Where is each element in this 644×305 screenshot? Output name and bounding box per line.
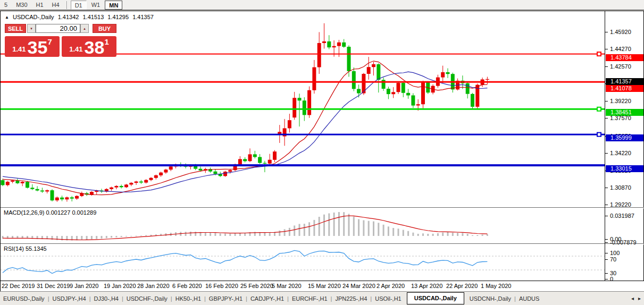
date-label: 22 Dec 2019	[2, 283, 35, 289]
ohlc-close: 1.41357	[132, 14, 154, 20]
axis-tick-mark	[605, 205, 608, 205]
rsi-pane[interactable]	[1, 244, 605, 281]
price-level-badge: 1.41357	[606, 78, 643, 85]
date-label: 19 Jan 2020	[104, 283, 136, 289]
toolbar-separator	[66, 1, 68, 9]
timeframe-button-m30[interactable]: M30	[12, 1, 31, 10]
one-click-trade-panel: SELL ▾ ▴ BUY 1.41 35 7 1.41 38 1	[5, 24, 116, 69]
price-level-badge: 1.35999	[606, 134, 643, 141]
tab-jpn225-h4[interactable]: JPN225-,H4	[332, 292, 370, 305]
collapse-arrow-icon[interactable]: ▲	[5, 15, 9, 20]
axis-tick-mark	[605, 242, 608, 243]
axis-tick-mark	[605, 259, 608, 260]
rsi-tick-label: 70	[610, 256, 616, 262]
tab-cadjpy-h1[interactable]: CADJPY-,H1	[247, 292, 287, 305]
date-label: 1 May 2020	[481, 283, 511, 289]
axis-tick-mark	[605, 216, 608, 216]
price-tick-label: 1.30870	[610, 184, 631, 191]
mt4-window: 5M30H1H4D1W1MN ▲ USDCAD-,Daily 1.41342 1…	[0, 0, 644, 305]
price-tick-label: 1.34220	[610, 150, 631, 156]
timeframe-button-d1[interactable]: D1	[71, 1, 87, 10]
chart-title: ▲ USDCAD-,Daily 1.41342 1.41513 1.41295 …	[5, 14, 156, 20]
date-label: 25 Feb 2020	[240, 283, 273, 289]
tab-usdjpy-h4[interactable]: USDJPY-,H4	[49, 292, 89, 305]
symbol-tab-bar: EURUSD-,Daily|USDJPY-,H4|DJ30-,H4|USDCHF…	[0, 291, 644, 305]
buy-price-big: 38	[85, 39, 105, 55]
date-label: 24 Mar 2020	[342, 283, 375, 289]
timeframe-button-h4[interactable]: H4	[48, 1, 63, 10]
sell-price-button[interactable]: 1.41 35 7	[5, 36, 60, 57]
rsi-indicator-label: RSI(14) 55.1345	[4, 245, 47, 252]
macd-tick-label: -0.007879	[610, 239, 637, 245]
date-label: 31 Dec 2019	[37, 283, 70, 289]
buy-button[interactable]: BUY	[93, 24, 116, 33]
ohlc-high: 1.41513	[83, 14, 104, 20]
axis-tick-mark	[605, 273, 608, 274]
tab-usdcnh-daily[interactable]: USDCNH-,Daily	[466, 292, 514, 305]
axis-tick-mark	[605, 153, 608, 154]
price-tick-label: 1.45920	[610, 29, 631, 35]
volume-increase-button[interactable]: ▴	[80, 24, 89, 33]
date-label: 13 Apr 2020	[411, 283, 442, 289]
tab-hk50-h1[interactable]: HK50-,H1	[172, 292, 204, 305]
price-tick-label: 1.42570	[610, 63, 631, 70]
price-tick-label: 1.44270	[610, 46, 631, 52]
buy-price-pip: 1	[104, 37, 108, 46]
macd-tick-label: 0.031987	[610, 213, 634, 219]
chart-symbol-label: USDCAD-,Daily	[13, 14, 54, 20]
axis-tick-mark	[605, 32, 608, 32]
timeframe-button-w1[interactable]: W1	[88, 1, 104, 10]
axis-tick-mark	[605, 66, 608, 67]
rsi-tick-label: 100	[610, 250, 620, 256]
ohlc-open: 1.41342	[58, 14, 79, 20]
sell-price-big: 35	[28, 39, 48, 55]
tabs-scroll-right-icon[interactable]: ▸	[638, 295, 641, 301]
tab-usdchf-daily[interactable]: USDCHF-,Daily	[123, 292, 171, 305]
price-level-badge: 1.33015	[606, 165, 643, 172]
buy-price-button[interactable]: 1.41 38 1	[62, 36, 116, 57]
date-axis: 22 Dec 201931 Dec 20199 Jan 202019 Jan 2…	[1, 281, 644, 291]
date-label: 9 Jan 2020	[70, 283, 98, 289]
timeframe-button-h1[interactable]: H1	[32, 1, 47, 10]
price-tick-label: 1.29220	[610, 201, 631, 208]
macd-pane-separator[interactable]	[1, 207, 644, 208]
axis-tick-mark	[605, 101, 608, 101]
volume-input[interactable]	[36, 24, 80, 33]
tab-dj30-h4[interactable]: DJ30-,H4	[91, 292, 122, 305]
price-tick-label: 1.37570	[610, 115, 631, 121]
tab-usoil-h1[interactable]: USOil-,H1	[372, 292, 405, 305]
tab-usdcad-daily[interactable]: USDCAD-,Daily	[407, 292, 464, 304]
tab-eurchf-h1[interactable]: EURCHF-,H1	[289, 292, 331, 305]
price-level-badge: 1.41078	[606, 85, 643, 92]
price-tick-label: 1.39220	[610, 98, 631, 104]
tab-gbpjpy-h1[interactable]: GBPJPY-,H1	[206, 292, 246, 305]
axis-tick-mark	[605, 118, 608, 118]
chart-window: ▲ USDCAD-,Daily 1.41342 1.41513 1.41295 …	[0, 11, 644, 291]
rsi-pane-separator[interactable]	[1, 243, 644, 244]
sell-button[interactable]: SELL	[5, 24, 26, 33]
tabs-scroll-left-icon[interactable]: ◂	[631, 295, 634, 301]
sell-price-pip: 7	[47, 37, 52, 46]
price-axis-line	[605, 11, 605, 281]
timeframe-toolbar: 5M30H1H4D1W1MN	[0, 0, 644, 10]
tab-eurusd-daily[interactable]: EURUSD-,Daily	[0, 292, 48, 305]
timeframe-button-mn[interactable]: MN	[105, 1, 122, 10]
axis-tick-mark	[605, 49, 608, 49]
axis-tick-mark	[605, 239, 608, 240]
date-label: 28 Jan 2020	[137, 283, 170, 289]
date-label: 15 Mar 2020	[308, 283, 341, 289]
date-label: 2 Apr 2020	[377, 283, 405, 289]
macd-indicator-label: MACD(12,26,9) 0.001227 0.001289	[4, 209, 96, 216]
sell-price-prefix: 1.41	[12, 45, 26, 53]
date-label: 16 Feb 2020	[205, 283, 238, 289]
date-label: 6 Feb 2020	[172, 283, 202, 289]
axis-tick-mark	[605, 253, 608, 253]
tab-audus[interactable]: AUDUS	[516, 292, 543, 305]
buy-price-prefix: 1.41	[69, 45, 82, 53]
ohlc-low: 1.41295	[107, 14, 129, 20]
timeframe-button-5[interactable]: 5	[1, 1, 11, 10]
volume-decrease-button[interactable]: ▾	[27, 24, 36, 33]
date-label: 22 Apr 2020	[446, 283, 478, 289]
price-level-badge: 1.38451	[606, 109, 643, 116]
axis-tick-mark	[605, 188, 608, 188]
